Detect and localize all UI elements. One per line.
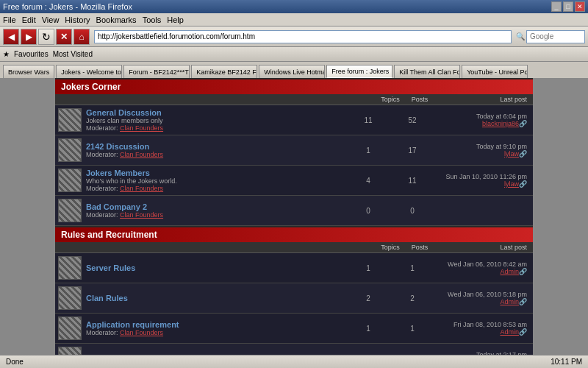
browser-tab-2[interactable]: Forum - BF2142***TITA... — [123, 65, 190, 78]
forum-posts-0-0: 52 — [390, 116, 434, 124]
menu-bookmarks[interactable]: Bookmarks — [96, 15, 137, 24]
last-user-1-0[interactable]: Admin — [500, 268, 519, 275]
forward-button[interactable]: ▶ — [21, 29, 37, 45]
stop-button[interactable]: ✕ — [56, 29, 72, 45]
forum-icon-1-2 — [58, 316, 82, 340]
browser-tab-7[interactable]: YouTube - Unreal Pole... — [462, 65, 528, 78]
forum-mod-0-3: Moderator: Clan Founders — [86, 211, 346, 219]
forum-name-0-1[interactable]: 2142 Discussion — [86, 142, 346, 151]
close-button[interactable]: ✕ — [575, 1, 585, 12]
window-controls: _ □ ✕ — [551, 1, 585, 12]
forum-name-1-1[interactable]: Clan Rules — [86, 294, 346, 302]
forum-name-0-3[interactable]: Bad Company 2 — [86, 202, 346, 211]
forum-posts-0-1: 17 — [390, 146, 434, 155]
nav-toolbar: ◀ ▶ ↻ ✕ ⌂ 🔍 — [0, 26, 588, 47]
home-button[interactable]: ⌂ — [74, 29, 90, 45]
forum-row-0-2: Jokers MembersWho's who in the Jokers wo… — [55, 166, 533, 196]
forum-posts-1-0: 1 — [390, 264, 434, 272]
browser-tab-0[interactable]: Browser Wars — [3, 65, 54, 78]
forum-row-0-3: Bad Company 2Moderator: Clan Founders00 — [55, 196, 533, 226]
forum-posts-1-1: 2 — [390, 294, 434, 302]
mod-link-0-2[interactable]: Clan Founders — [120, 185, 163, 192]
forum-mod-0-1: Moderator: Clan Founders — [86, 151, 346, 158]
browser-tab-6[interactable]: Kill Them All Clan Forum — [394, 65, 460, 78]
reload-button[interactable]: ↻ — [38, 29, 54, 45]
forum-page: Jokers Corner Topics Posts Last post Gen… — [55, 78, 533, 355]
menubar: File Edit View History Bookmarks Tools H… — [0, 13, 588, 26]
mod-link-0-0[interactable]: Clan Founders — [120, 124, 163, 132]
col-last: Last post — [434, 96, 530, 103]
forum-info-1-0: Server Rules — [86, 263, 346, 272]
forum-info-0-0: General DiscussionJokers clan members on… — [86, 108, 346, 132]
minimize-button[interactable]: _ — [551, 1, 562, 12]
forum-row-1-0: Server Rules11Wed Jan 06, 2010 8:42 amAd… — [55, 253, 533, 283]
forum-mod-0-0: Moderator: Clan Founders — [86, 124, 346, 132]
status-text: Done — [6, 358, 551, 366]
forum-info-0-1: 2142 DiscussionModerator: Clan Founders — [86, 142, 346, 158]
forum-posts-1-2: 1 — [390, 325, 434, 333]
forum-desc-0-0: Jokers clan members only — [86, 117, 346, 124]
forum-icon-1-1 — [58, 286, 82, 310]
forum-name-1-2[interactable]: Application requirement — [86, 320, 346, 329]
forum-topics-1-0: 1 — [346, 264, 390, 272]
col-info — [58, 96, 376, 103]
mod-link-1-2[interactable]: Clan Founders — [120, 329, 163, 336]
bookmark-most-visited[interactable]: Most Visited — [53, 50, 93, 58]
forum-row-0-1: 2142 DiscussionModerator: Clan Founders1… — [55, 135, 533, 166]
forum-topics-1-2: 1 — [346, 325, 390, 333]
menu-help[interactable]: Help — [167, 15, 184, 24]
browser-tab-5[interactable]: Free forum : Jokers — [326, 65, 392, 78]
col-headers-1: Topics Posts Last post — [55, 242, 533, 253]
forum-topics-0-3: 0 — [346, 207, 390, 215]
forum-last-post-1-1: Wed Jan 06, 2010 5:18 pmAdmin🔗 — [434, 291, 530, 305]
browser-tab-4[interactable]: Windows Live Hotmail — [259, 65, 325, 78]
tabs-bar: Browser WarsJokers - Welcome to yo...For… — [0, 62, 588, 78]
section-header-0: Jokers Corner — [55, 79, 533, 94]
forum-topics-0-0: 11 — [346, 116, 390, 124]
mod-link-0-1[interactable]: Clan Founders — [120, 151, 163, 158]
col-posts: Posts — [405, 96, 434, 103]
forum-name-1-0[interactable]: Server Rules — [86, 263, 346, 272]
forum-info-0-3: Bad Company 2Moderator: Clan Founders — [86, 202, 346, 219]
menu-tools[interactable]: Tools — [143, 15, 162, 24]
forum-last-post-0-0: Today at 6:04 pmblackninja86🔗 — [434, 113, 530, 127]
last-user-0-2[interactable]: lylaw — [504, 180, 519, 188]
forum-info-1-1: Clan Rules — [86, 294, 346, 302]
menu-view[interactable]: View — [42, 15, 60, 24]
clock: 10:11 PM — [551, 358, 582, 366]
forum-row-0-0: General DiscussionJokers clan members on… — [55, 105, 533, 135]
forum-desc-0-2: Who's who in the Jokers world. — [86, 177, 346, 185]
search-box: 🔍 — [516, 30, 585, 43]
forum-posts-0-3: 0 — [390, 207, 434, 215]
last-user-1-2[interactable]: Admin — [500, 328, 519, 336]
titlebar-title: Free forum : Jokers - Mozilla Firefox — [3, 2, 551, 11]
forum-last-post-0-1: Today at 9:10 pmlylaw🔗 — [434, 143, 530, 158]
mod-link-0-3[interactable]: Clan Founders — [120, 211, 163, 219]
bookmark-favourites[interactable]: Favourites — [14, 50, 49, 58]
browser-tab-1[interactable]: Jokers - Welcome to yo... — [56, 65, 122, 78]
maximize-button[interactable]: □ — [563, 1, 573, 12]
last-user-1-1[interactable]: Admin — [500, 298, 519, 305]
col-topics: Topics — [376, 96, 405, 103]
forum-posts-0-2: 11 — [390, 177, 434, 185]
col-topics: Topics — [376, 244, 405, 251]
last-user-0-1[interactable]: lylaw — [504, 150, 519, 158]
menu-edit[interactable]: Edit — [22, 15, 36, 24]
address-bar — [94, 30, 512, 43]
menu-history[interactable]: History — [65, 15, 90, 24]
url-input[interactable] — [94, 30, 512, 43]
browser-tab-3[interactable]: Kamikaze BF2142 Foru... — [191, 65, 257, 78]
statusbar: Done 10:11 PM — [0, 355, 588, 368]
content-area: Jokers Corner Topics Posts Last post Gen… — [0, 78, 588, 355]
back-button[interactable]: ◀ — [3, 29, 19, 45]
menu-file[interactable]: File — [3, 15, 16, 24]
search-input[interactable] — [526, 30, 585, 43]
col-last: Last post — [434, 244, 530, 251]
forum-name-0-0[interactable]: General Discussion — [86, 108, 346, 117]
forum-info-1-2: Application requirementModerator: Clan F… — [86, 320, 346, 336]
forum-name-0-2[interactable]: Jokers Members — [86, 169, 346, 177]
last-user-0-0[interactable]: blackninja86 — [482, 120, 519, 127]
forum-row-1-2: Application requirementModerator: Clan F… — [55, 314, 533, 344]
section-header-1: Rules and Recruitment — [55, 227, 533, 242]
col-headers-0: Topics Posts Last post — [55, 94, 533, 105]
